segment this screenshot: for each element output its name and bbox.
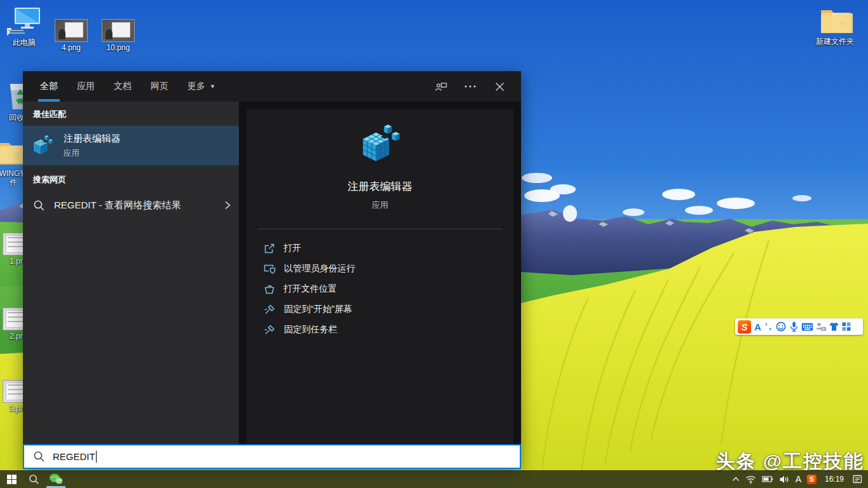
desktop-icon-label: 10.png (107, 43, 130, 52)
emoji-icon[interactable] (775, 321, 787, 332)
desktop-icon-10png[interactable]: 10.png (95, 19, 141, 52)
search-tabbar: 全部 应用 文档 网页 更多▼ (23, 71, 521, 102)
open-icon (264, 243, 275, 254)
image-thumbnail (55, 19, 88, 42)
action-open-file-location[interactable]: 打开文件位置 (264, 279, 513, 299)
search-icon (33, 451, 45, 463)
this-pc-icon (7, 6, 41, 37)
chevron-right-icon[interactable] (224, 200, 231, 210)
desktop-icon-label: 4.png (62, 43, 81, 52)
web-search-header: 搜索网页 (33, 174, 239, 186)
tab-documents[interactable]: 文档 (112, 71, 133, 102)
tray-expand-chevron-icon[interactable] (732, 476, 740, 482)
divider (258, 229, 502, 229)
feedback-icon[interactable] (435, 80, 447, 93)
action-run-as-admin[interactable]: 以管理员身份运行 (264, 259, 513, 279)
tab-all[interactable]: 全部 (38, 71, 60, 102)
punctuation-icon[interactable]: ’， (764, 321, 774, 332)
ime-toolbar[interactable]: S A ’， (735, 318, 863, 335)
result-subtitle: 应用 (64, 148, 121, 159)
preview-card: 注册表编辑器 应用 打开 (247, 109, 513, 444)
action-center-icon[interactable] (852, 474, 863, 484)
pin-icon (264, 324, 276, 336)
text-caret (96, 451, 97, 463)
search-icon (33, 200, 45, 212)
microphone-icon[interactable] (789, 321, 799, 332)
tab-more[interactable]: 更多▼ (186, 71, 217, 102)
image-thumbnail (102, 19, 135, 42)
web-result-text: REGEDIT - 查看网络搜索结果 (54, 200, 181, 212)
tab-web[interactable]: 网页 (149, 71, 170, 102)
options-icon[interactable] (464, 80, 477, 93)
sogou-logo-icon[interactable]: S (738, 320, 751, 334)
registry-editor-icon (32, 135, 53, 156)
desktop-icon-label: 新建文件夹 (816, 37, 854, 46)
tab-apps[interactable]: 应用 (75, 71, 97, 102)
action-open[interactable]: 打开 (264, 238, 513, 259)
taskbar: A S 16:19 (0, 470, 868, 488)
wifi-icon[interactable] (745, 475, 756, 484)
desktop-screen: 此电脑 4.png 10.png 新建文件夹 回收站 (0, 0, 868, 488)
keyboard-icon[interactable] (801, 322, 813, 332)
taskbar-search-button[interactable] (23, 470, 44, 488)
system-tray: A S 16:19 (732, 474, 868, 484)
desktop-icon-new-folder[interactable]: 新建文件夹 (810, 5, 860, 46)
account-icon[interactable] (815, 322, 827, 332)
toolbox-icon[interactable] (841, 322, 851, 332)
taskbar-clock[interactable]: 16:19 (825, 475, 844, 484)
action-pin-to-taskbar[interactable]: 固定到任务栏 (264, 320, 513, 340)
sogou-tray-icon[interactable]: S (807, 475, 817, 484)
taskbar-search-input[interactable]: REGEDIT (23, 444, 521, 469)
desktop-icon-label: 此电脑 (13, 38, 36, 47)
chevron-down-icon: ▼ (210, 83, 215, 90)
preview-title: 注册表编辑器 (348, 179, 412, 194)
input-method-indicator[interactable]: A (796, 475, 801, 484)
close-icon[interactable] (493, 80, 506, 93)
search-flyout-panel: 全部 应用 文档 网页 更多▼ (23, 71, 521, 469)
pin-icon (264, 304, 276, 315)
search-input-value: REGEDIT (53, 451, 95, 462)
preview-subtitle: 应用 (372, 200, 388, 211)
result-title: 注册表编辑器 (64, 133, 121, 145)
shield-admin-icon (264, 263, 276, 274)
preview-column: 注册表编辑器 应用 打开 (239, 102, 521, 444)
search-results-column: 最佳匹配 注册表编辑器 应用 搜索网页 REG (23, 102, 239, 444)
registry-editor-icon-large (359, 123, 401, 165)
folder-icon (817, 5, 853, 36)
ime-mode-letter[interactable]: A (753, 322, 763, 332)
desktop-icon-4png[interactable]: 4.png (48, 19, 94, 52)
battery-icon[interactable] (762, 475, 773, 484)
best-match-header: 最佳匹配 (33, 109, 239, 120)
taskbar-wechat-button[interactable] (44, 470, 67, 488)
search-icon (29, 474, 39, 485)
wechat-icon (49, 473, 63, 485)
volume-icon[interactable] (779, 475, 790, 484)
skin-icon[interactable] (829, 322, 839, 332)
best-match-result-registry-editor[interactable]: 注册表编辑器 应用 (23, 126, 239, 165)
windows-logo-icon (7, 475, 17, 484)
desktop-icon-this-pc[interactable]: 此电脑 (0, 6, 48, 47)
start-button[interactable] (0, 470, 23, 488)
file-location-icon (264, 283, 275, 295)
action-list: 打开 以管理员身份运行 (247, 238, 513, 340)
web-search-result[interactable]: REGEDIT - 查看网络搜索结果 (23, 191, 239, 219)
action-pin-to-start[interactable]: 固定到“开始”屏幕 (264, 299, 513, 320)
